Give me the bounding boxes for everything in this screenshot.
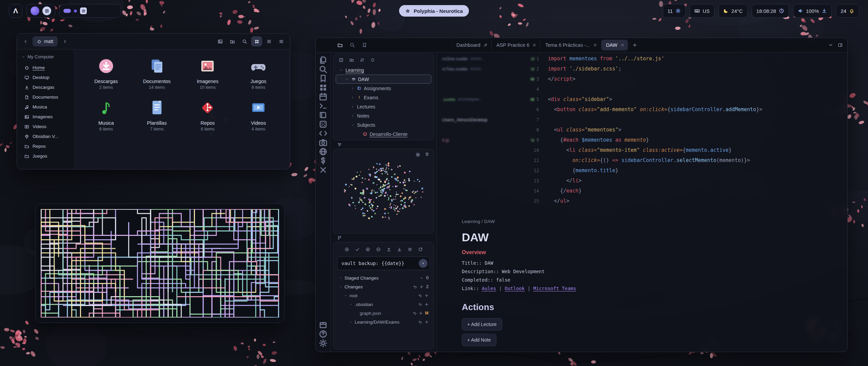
- ribbon-box[interactable]: [318, 320, 328, 329]
- ribbon-gear[interactable]: [318, 339, 328, 348]
- new-tab-button[interactable]: [630, 40, 639, 50]
- back-button[interactable]: [20, 36, 31, 46]
- ribbon-close[interactable]: [318, 165, 328, 175]
- action-button-add-lecture[interactable]: + Add Lecture: [462, 318, 502, 330]
- graph-tool-magnet[interactable]: [425, 152, 430, 157]
- ribbon-camera[interactable]: [318, 138, 328, 147]
- git-pane-tab[interactable]: [333, 233, 434, 242]
- local-graph[interactable]: [333, 149, 434, 233]
- module-volume[interactable]: 100%: [793, 4, 832, 18]
- ribbon-dice[interactable]: [318, 120, 328, 129]
- launcher-logo-button[interactable]: Λ: [9, 4, 22, 18]
- tree-item-notes[interactable]: Notes: [336, 111, 431, 120]
- breadcrumb[interactable]: matt: [33, 36, 58, 46]
- ribbon-grid[interactable]: [318, 83, 328, 92]
- tree-item-learning[interactable]: Learning: [336, 65, 431, 75]
- side-tab-bookmark[interactable]: [362, 42, 367, 48]
- sidebar-item-musica[interactable]: Musica: [20, 102, 72, 112]
- ribbon-files[interactable]: [318, 56, 328, 65]
- stage-icon[interactable]: [425, 293, 429, 298]
- note-link[interactable]: Aules: [482, 286, 496, 291]
- toggle-right-sidebar-icon[interactable]: [838, 43, 843, 47]
- fm-tool-menu[interactable]: [276, 36, 287, 46]
- module-keyboard-layout[interactable]: US: [690, 4, 714, 18]
- stage-icon[interactable]: [419, 311, 423, 316]
- fm-tool-grid-view[interactable]: [251, 36, 262, 46]
- commit-message-input[interactable]: [337, 257, 430, 270]
- workspace-app-button[interactable]: [80, 7, 87, 14]
- git-row-root[interactable]: root: [336, 291, 431, 300]
- tree-item-exams[interactable]: Exams: [336, 93, 431, 102]
- workspace-active-indicator[interactable]: [63, 9, 71, 13]
- workspace-dot[interactable]: [74, 9, 77, 13]
- folder-imagenes[interactable]: Imagenes 10 items: [182, 56, 233, 90]
- folder-videos[interactable]: Videos 4 items: [233, 98, 284, 131]
- explorer-tool-edit[interactable]: [339, 58, 343, 62]
- ribbon-bookmark[interactable]: [318, 74, 328, 83]
- git-check[interactable]: [353, 245, 362, 253]
- forward-button[interactable]: [60, 36, 70, 46]
- color-wheel-button[interactable]: [31, 6, 39, 15]
- close-tab-icon[interactable]: [620, 43, 625, 47]
- git-row-staged-changes[interactable]: Staged Changes 0: [336, 273, 431, 282]
- fm-tool-new-folder[interactable]: [227, 36, 238, 46]
- tab-tema-6-pr-cticas[interactable]: Tema 6 Prácticas -...: [540, 40, 600, 50]
- tree-item-lectures[interactable]: Lectures: [336, 102, 431, 111]
- sidebar-item-descargas[interactable]: Descargas: [20, 82, 72, 92]
- git-upload[interactable]: [384, 245, 393, 253]
- discard-icon[interactable]: [413, 311, 417, 316]
- ribbon-terminal[interactable]: [318, 101, 328, 110]
- ribbon-book[interactable]: [318, 110, 328, 120]
- explorer-tool-collapse[interactable]: [370, 58, 375, 62]
- folder-repos[interactable]: Repos 6 items: [182, 98, 233, 131]
- ribbon-code[interactable]: [318, 129, 328, 138]
- git-minus-circle[interactable]: [374, 245, 383, 253]
- graph-tool-gear[interactable]: [415, 152, 420, 157]
- discard-icon[interactable]: [418, 302, 422, 307]
- graph-pane-tab[interactable]: [333, 140, 434, 149]
- tree-item-assignments[interactable]: Assignments: [336, 84, 431, 93]
- explorer-tool-sort[interactable]: [360, 58, 364, 62]
- tree-item-desarrollo-cliente[interactable]: Desarrollo-Cliente: [336, 129, 431, 139]
- sidebar-item-desktop[interactable]: Desktop: [20, 73, 72, 82]
- clear-commit-message-button[interactable]: [419, 259, 428, 268]
- git-download-tray[interactable]: [395, 245, 404, 253]
- ribbon-search[interactable]: [318, 65, 328, 74]
- sidebar-item-imagenes[interactable]: Imagenes: [20, 112, 72, 122]
- note-link[interactable]: Outlook: [505, 286, 525, 291]
- ribbon-calendar[interactable]: [318, 92, 328, 101]
- git-row-obsidian[interactable]: .obsidian: [336, 300, 431, 309]
- ribbon-globe[interactable]: [318, 147, 328, 156]
- stage-icon[interactable]: [419, 276, 424, 280]
- action-button-add-note[interactable]: + Add Note: [462, 334, 496, 346]
- tree-item-subjects[interactable]: Subjects: [336, 120, 431, 129]
- stage-icon[interactable]: [425, 302, 429, 307]
- module-client-count[interactable]: 11: [663, 4, 686, 18]
- sidebar-item-home[interactable]: Home: [20, 63, 72, 73]
- fm-tool-preview-toggle[interactable]: [215, 36, 225, 46]
- module-notifications[interactable]: 24: [836, 4, 859, 18]
- side-tab-folder[interactable]: [337, 42, 343, 48]
- ribbon-dollar[interactable]: [318, 156, 328, 165]
- tab-list-chevron-icon[interactable]: [828, 43, 833, 47]
- git-row-learning-daw-exams[interactable]: Learning/DAW/Exams: [336, 318, 431, 326]
- stage-icon[interactable]: [419, 285, 424, 289]
- module-weather[interactable]: 24°C: [718, 4, 748, 18]
- sidebar-item-videos[interactable]: Videos: [20, 122, 72, 131]
- explorer-tool-folder-plus[interactable]: [349, 58, 354, 62]
- folder-descargas[interactable]: Descargas 2 items: [81, 56, 132, 90]
- fm-tool-list-view[interactable]: [263, 36, 274, 46]
- folder-musica[interactable]: Musica 6 items: [81, 98, 132, 131]
- sidebar-item-repos[interactable]: Repos: [20, 141, 72, 151]
- discard-icon[interactable]: [418, 293, 422, 298]
- folder-juegos[interactable]: Juegos 8 items: [233, 56, 284, 90]
- discard-icon[interactable]: [413, 285, 417, 289]
- notes-button[interactable]: [42, 6, 51, 15]
- close-tab-icon[interactable]: [532, 43, 536, 47]
- git-refresh[interactable]: [416, 245, 425, 253]
- sidebar-item-juegos[interactable]: Juegos: [20, 151, 72, 161]
- git-row-changes[interactable]: Changes 2: [336, 282, 431, 291]
- note-link[interactable]: Microsoft Teams: [533, 286, 576, 291]
- close-tab-icon[interactable]: [593, 43, 597, 47]
- tree-item-daw[interactable]: DAW: [336, 75, 431, 84]
